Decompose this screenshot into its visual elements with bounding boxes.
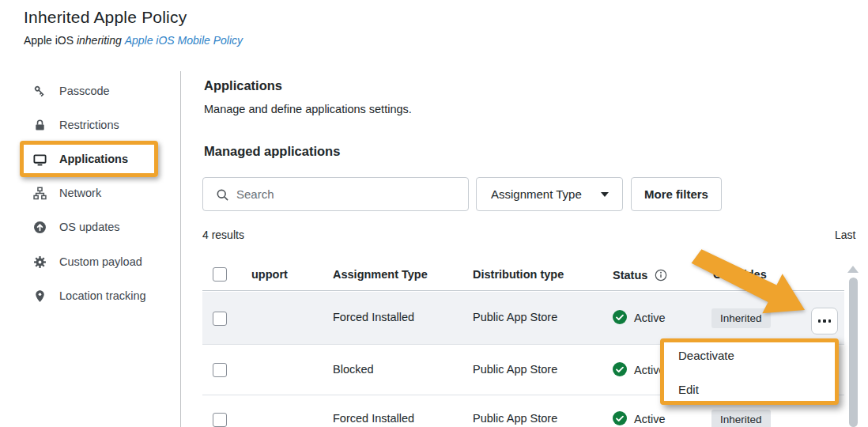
- inherited-policy-link[interactable]: Apple iOS Mobile Policy: [125, 34, 243, 47]
- sidebar-item-label: Restrictions: [59, 119, 119, 131]
- network-icon: [33, 187, 47, 200]
- sidebar-item-label: Location tracking: [59, 289, 146, 302]
- row-checkbox[interactable]: [213, 312, 227, 326]
- section-title: Applications: [204, 78, 282, 93]
- subtitle-platform: Apple iOS: [24, 34, 74, 47]
- sidebar-item-label: Custom payload: [59, 255, 142, 268]
- subsection-title: Managed applications: [204, 144, 340, 159]
- context-menu: Deactivate Edit: [660, 338, 839, 405]
- sidebar-item-os-updates[interactable]: OS updates: [0, 215, 174, 239]
- row-actions-button[interactable]: [811, 308, 838, 334]
- search-input[interactable]: [236, 178, 462, 210]
- assignment-type-filter-label: Assignment Type: [491, 187, 582, 201]
- column-header-overrides: Overrides: [713, 268, 767, 281]
- table-header-row: upport Assignment Type Distribution type…: [202, 259, 844, 291]
- sidebar-item-label: Passcode: [59, 85, 110, 97]
- subtitle-inheriting: inheriting: [77, 34, 122, 47]
- chevron-down-icon: [601, 192, 609, 197]
- row-checkbox[interactable]: [213, 413, 227, 427]
- status-badge: Active: [613, 412, 666, 425]
- more-filters-button[interactable]: More filters: [631, 177, 722, 211]
- column-header-assignment-type: Assignment Type: [333, 268, 428, 281]
- more-filters-label: More filters: [644, 187, 708, 201]
- check-circle-icon: [613, 362, 627, 376]
- inherited-badge: Inherited: [711, 308, 771, 328]
- sidebar-item-custom-payload[interactable]: Custom payload: [0, 250, 174, 274]
- cell-distribution-type: Public App Store: [473, 412, 557, 425]
- lock-icon: [33, 119, 47, 132]
- key-icon: [33, 85, 47, 98]
- search-box: [202, 177, 469, 211]
- cell-assignment-type: Blocked: [333, 363, 374, 376]
- pagination-last[interactable]: Last: [835, 229, 855, 241]
- sidebar-item-network[interactable]: Network: [0, 181, 174, 205]
- section-description: Manage and define applications settings.: [204, 103, 412, 115]
- info-icon[interactable]: [655, 269, 667, 282]
- check-circle-icon: [613, 310, 627, 324]
- sidebar-item-label: OS updates: [59, 221, 120, 233]
- page-title: Inherited Apple Policy: [24, 8, 187, 27]
- column-header-support: upport: [251, 268, 288, 281]
- os-update-icon: [33, 221, 47, 234]
- cell-distribution-type: Public App Store: [473, 311, 557, 323]
- cell-assignment-type: Forced Installed: [333, 311, 414, 323]
- cell-distribution-type: Public App Store: [473, 363, 557, 376]
- check-circle-icon: [613, 411, 627, 425]
- column-header-status: Status: [613, 268, 667, 282]
- select-all-checkbox[interactable]: [213, 267, 227, 282]
- assignment-type-filter[interactable]: Assignment Type: [476, 177, 623, 211]
- location-pin-icon: [33, 289, 47, 303]
- row-checkbox[interactable]: [213, 363, 227, 377]
- menu-item-deactivate[interactable]: Deactivate: [678, 349, 734, 362]
- column-header-distribution-type: Distribution type: [473, 268, 564, 281]
- scrollbar-thumb[interactable]: [849, 278, 858, 427]
- sidebar-item-passcode[interactable]: Passcode: [0, 79, 174, 103]
- inherited-badge: Inherited: [711, 410, 771, 427]
- sidebar-item-location-tracking[interactable]: Location tracking: [0, 284, 174, 308]
- results-count: 4 results: [202, 229, 244, 241]
- sidebar-item-label: Network: [59, 187, 101, 199]
- sidebar-item-label: Applications: [59, 153, 128, 165]
- ellipsis-icon: [818, 319, 832, 323]
- scrollbar-up-arrow[interactable]: [847, 266, 859, 273]
- sidebar-item-applications[interactable]: Applications: [0, 147, 174, 171]
- status-badge: Active: [613, 311, 666, 324]
- menu-item-edit[interactable]: Edit: [678, 383, 699, 396]
- sidebar-divider: [180, 71, 181, 427]
- status-badge: Active: [613, 363, 666, 376]
- table-row[interactable]: Forced Installed Public App Store Active…: [202, 292, 844, 345]
- cell-assignment-type: Forced Installed: [333, 412, 414, 425]
- sidebar-item-restrictions[interactable]: Restrictions: [0, 113, 174, 137]
- policy-subtitle: Apple iOS inheriting Apple iOS Mobile Po…: [24, 34, 243, 47]
- search-icon: [216, 188, 229, 202]
- gear-icon: [33, 255, 47, 269]
- monitor-icon: [33, 153, 47, 166]
